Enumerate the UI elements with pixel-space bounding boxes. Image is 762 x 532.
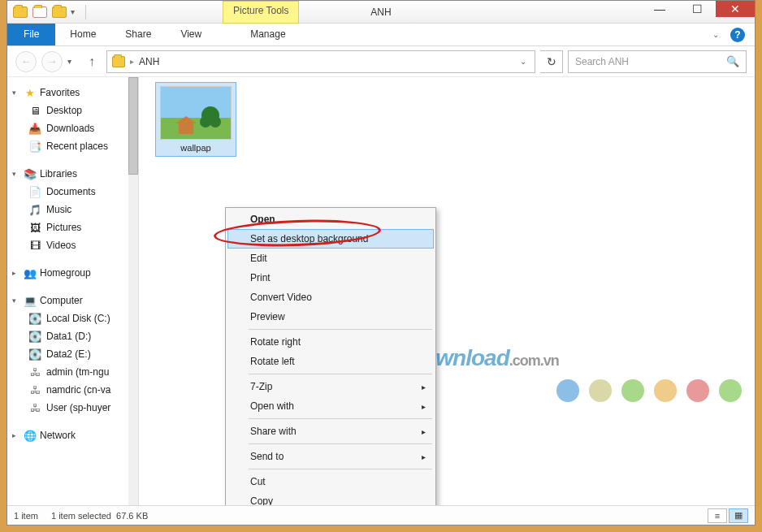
- nav-desktop[interactable]: 🖥Desktop: [7, 102, 138, 119]
- minimize-button[interactable]: —: [641, 1, 678, 17]
- back-button[interactable]: ←: [15, 51, 37, 72]
- network-drive-icon: 🖧: [28, 401, 41, 414]
- ribbon-share-tab[interactable]: Share: [110, 24, 166, 45]
- nav-recent[interactable]: 📑Recent places: [7, 137, 138, 155]
- contextual-tab-label: Picture Tools: [223, 1, 299, 24]
- separator: [249, 329, 432, 330]
- nav-scroll-thumb[interactable]: [128, 77, 138, 175]
- dot: [686, 379, 709, 402]
- nav-computer-header[interactable]: ▾💻Computer: [7, 292, 138, 309]
- qat-props-icon[interactable]: [32, 4, 48, 20]
- explorer-window: ▾ Picture Tools ANH — ☐ ✕ File Home Shar…: [6, 0, 756, 526]
- videos-icon: 🎞: [28, 239, 41, 252]
- ctx-convert-video[interactable]: Convert Video: [227, 288, 434, 307]
- ribbon-expand-icon[interactable]: ⌄: [712, 30, 722, 39]
- folder-icon: [112, 55, 125, 68]
- view-details-button[interactable]: ≡: [708, 508, 727, 523]
- breadcrumb[interactable]: ▸ ANH ⌄: [106, 50, 535, 73]
- network-drive-icon: 🖧: [28, 383, 41, 396]
- status-selection: 1 item selected 67.6 KB: [51, 511, 148, 521]
- up-button[interactable]: ↑: [82, 52, 102, 71]
- search-input[interactable]: Search ANH 🔍: [568, 50, 747, 73]
- dot: [556, 379, 579, 402]
- separator: [249, 374, 432, 374]
- view-icons-button[interactable]: ▦: [729, 508, 748, 523]
- downloads-icon: 📥: [28, 122, 41, 135]
- history-dropdown-icon[interactable]: ▾: [67, 57, 77, 66]
- explorer-body: ▾★Favorites 🖥Desktop 📥Downloads 📑Recent …: [7, 77, 755, 505]
- path-dropdown-icon[interactable]: ⌄: [520, 57, 530, 66]
- ctx-7zip[interactable]: 7-Zip▸: [227, 377, 434, 396]
- ctx-edit[interactable]: Edit: [227, 249, 434, 268]
- file-item-selected[interactable]: wallpap: [155, 82, 236, 157]
- window-controls: — ☐ ✕: [641, 1, 755, 17]
- nav-local-c[interactable]: 💽Local Disk (C:): [7, 309, 138, 327]
- desktop-icon: 🖥: [28, 104, 41, 117]
- contextual-tab-group: Picture Tools: [223, 1, 299, 24]
- search-icon: 🔍: [726, 55, 739, 67]
- ctx-send-to[interactable]: Send to▸: [227, 447, 434, 466]
- help-icon[interactable]: ?: [730, 28, 745, 42]
- ctx-share-with[interactable]: Share with▸: [227, 422, 434, 441]
- nav-homegroup-header[interactable]: ▸👥Homegroup: [7, 264, 138, 282]
- separator: [249, 418, 432, 419]
- ribbon-tabs: File Home Share View Manage ⌄ ?: [7, 24, 755, 46]
- separator: [85, 5, 86, 19]
- search-placeholder: Search ANH: [575, 56, 629, 67]
- ctx-set-desktop-background[interactable]: Set as desktop background: [227, 229, 434, 249]
- dot: [621, 379, 644, 402]
- ctx-cut[interactable]: Cut: [227, 472, 434, 491]
- nav-data1[interactable]: 💽Data1 (D:): [7, 327, 138, 345]
- ctx-preview[interactable]: Preview: [227, 307, 434, 327]
- nav-network-header[interactable]: ▸🌐Network: [7, 426, 138, 444]
- ctx-print[interactable]: Print: [227, 268, 434, 288]
- breadcrumb-item[interactable]: ANH: [139, 56, 159, 67]
- file-thumbnail: [160, 86, 232, 140]
- nav-scrollbar[interactable]: [128, 77, 138, 505]
- disk-icon: 💽: [28, 348, 41, 361]
- nav-libraries-header[interactable]: ▾📚Libraries: [7, 165, 138, 183]
- nav-pictures[interactable]: 🖼Pictures: [7, 218, 138, 236]
- nav-namdric[interactable]: 🖧namdric (cn-va: [7, 381, 138, 399]
- dot: [719, 379, 742, 402]
- titlebar: ▾ Picture Tools ANH — ☐ ✕: [7, 1, 755, 24]
- maximize-button[interactable]: ☐: [678, 1, 716, 17]
- ribbon-file-tab[interactable]: File: [7, 24, 55, 45]
- separator: [249, 443, 432, 444]
- ribbon-home-tab[interactable]: Home: [55, 24, 110, 45]
- qat-folder-icon[interactable]: [51, 4, 67, 20]
- ctx-open-with[interactable]: Open with▸: [227, 396, 434, 416]
- submenu-arrow-icon: ▸: [422, 402, 426, 411]
- forward-button[interactable]: →: [41, 51, 63, 72]
- refresh-button[interactable]: ↻: [540, 50, 563, 73]
- chevron-right-icon: ▸: [130, 57, 134, 66]
- dot: [654, 379, 677, 402]
- network-drive-icon: 🖧: [28, 365, 41, 378]
- nav-user[interactable]: 🖧User (sp-huyer: [7, 399, 138, 417]
- ctx-open[interactable]: Open: [227, 210, 434, 229]
- address-bar: ← → ▾ ↑ ▸ ANH ⌄ ↻ Search ANH 🔍: [7, 46, 755, 77]
- libraries-icon: 📚: [24, 167, 37, 180]
- recent-icon: 📑: [28, 140, 41, 153]
- nav-admin[interactable]: 🖧admin (tm-ngu: [7, 363, 138, 381]
- music-icon: 🎵: [28, 203, 41, 216]
- nav-downloads[interactable]: 📥Downloads: [7, 119, 138, 137]
- ribbon-view-tab[interactable]: View: [166, 24, 216, 45]
- ctx-rotate-left[interactable]: Rotate left: [227, 352, 434, 371]
- ribbon-manage-tab[interactable]: Manage: [236, 24, 300, 45]
- computer-icon: 💻: [24, 294, 37, 307]
- nav-videos[interactable]: 🎞Videos: [7, 236, 138, 254]
- star-icon: ★: [24, 86, 37, 99]
- homegroup-icon: 👥: [24, 266, 37, 279]
- ctx-copy[interactable]: Copy: [227, 491, 434, 505]
- app-icon: [12, 4, 28, 20]
- qat-dropdown-icon[interactable]: ▾: [71, 7, 80, 16]
- nav-music[interactable]: 🎵Music: [7, 201, 138, 218]
- nav-favorites-header[interactable]: ▾★Favorites: [7, 84, 138, 102]
- nav-data2[interactable]: 💽Data2 (E:): [7, 345, 138, 363]
- view-switcher: ≡ ▦: [708, 508, 748, 523]
- file-name: wallpap: [180, 143, 210, 153]
- ctx-rotate-right[interactable]: Rotate right: [227, 332, 434, 352]
- nav-documents[interactable]: 📄Documents: [7, 183, 138, 201]
- close-button[interactable]: ✕: [716, 1, 755, 17]
